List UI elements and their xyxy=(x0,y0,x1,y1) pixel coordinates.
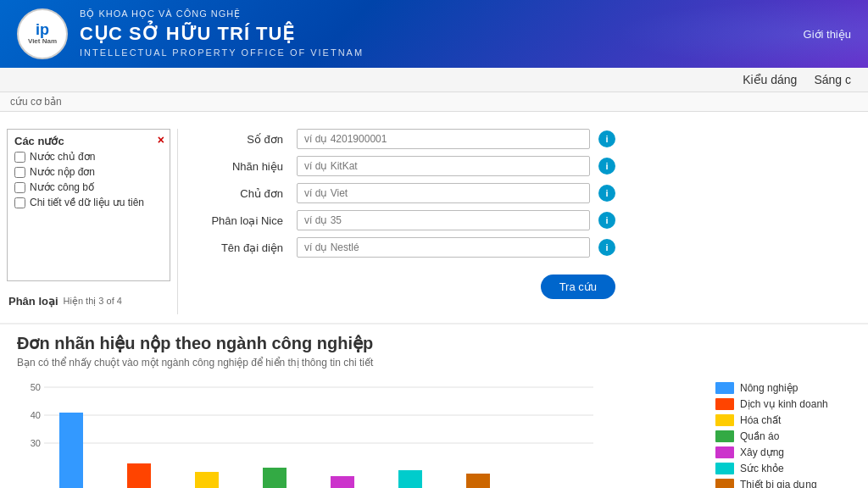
svg-text:30: 30 xyxy=(31,438,41,448)
label-chu-don: Chủ đơn xyxy=(195,187,288,200)
legend-label-quan-ao: Quần áo xyxy=(740,430,779,442)
legend-label-xay-dung: Xây dựng xyxy=(740,446,784,458)
checkbox-nuoc-cong-bo[interactable]: Nước công bố xyxy=(8,180,170,195)
bar-suc-khoe[interactable] xyxy=(398,470,422,488)
checkbox-input-nuoc-cong-bo[interactable] xyxy=(14,182,25,193)
info-ten-dai-dien[interactable]: i xyxy=(598,239,615,256)
legend-color-nong-nghiep xyxy=(715,382,734,394)
label-chi-tiet: Chi tiết về dữ liệu ưu tiên xyxy=(30,197,144,208)
right-panel: Số đơn i Nhãn hiệu i Chủ đơn i Phân loại… xyxy=(178,129,868,314)
label-nhan-hieu: Nhãn hiệu xyxy=(195,160,288,173)
bar-thiet-bi[interactable] xyxy=(466,474,490,488)
checkbox-input-chi-tiet[interactable] xyxy=(14,197,25,208)
chart-svg-container: 50 40 30 xyxy=(17,379,698,488)
close-icon[interactable]: × xyxy=(158,133,164,147)
nav-kieu-dang[interactable]: Kiểu dáng xyxy=(743,73,797,86)
legend-label-nong-nghiep: Nông nghiệp xyxy=(740,382,798,394)
header-main-title: CỤC SỞ HỮU TRÍ TUỆ xyxy=(80,21,364,47)
legend-label-thiet-bi: Thiết bị gia dụng xyxy=(740,479,817,488)
chart-title: Đơn nhãn hiệu nộp theo ngành công nghiệp xyxy=(17,333,851,353)
bar-xay-dung[interactable] xyxy=(331,476,354,488)
legend-color-xay-dung xyxy=(715,446,734,458)
header-right: Giới thiệu xyxy=(804,28,851,41)
nav-sang[interactable]: Sáng c xyxy=(814,73,851,86)
bar-dich-vu[interactable] xyxy=(127,463,151,488)
input-chu-don[interactable] xyxy=(297,183,590,203)
legend-quan-ao: Quần áo xyxy=(715,430,851,442)
legend-color-suc-khoe xyxy=(715,463,734,474)
checkbox-input-nuoc-nop-don[interactable] xyxy=(14,167,25,178)
breadcrumb: cứu cơ bản xyxy=(0,92,868,112)
legend-label-suc-khoe: Sức khỏe xyxy=(740,463,784,474)
checkbox-chi-tiet[interactable]: Chi tiết về dữ liệu ưu tiên xyxy=(8,195,170,210)
legend-suc-khoe: Sức khỏe xyxy=(715,463,851,474)
checkbox-nuoc-nop-don[interactable]: Nước nộp đơn xyxy=(8,164,170,180)
label-ten-dai-dien: Tên đại diện xyxy=(195,241,288,254)
logo-vn-text: Viet Nam xyxy=(28,37,57,45)
legend-xay-dung: Xây dựng xyxy=(715,446,851,458)
header-eng-title: INTELLECTUAL PROPERTY OFFICE OF VIETNAM xyxy=(80,47,364,59)
checkbox-input-nuoc-chu-don[interactable] xyxy=(14,152,25,163)
header: ip Viet Nam BỘ KHOA HỌC VÀ CÔNG NGHỆ CỤC… xyxy=(0,0,868,68)
chart-svg: 50 40 30 xyxy=(17,379,698,488)
panel-section-title: Các nước xyxy=(8,130,170,149)
form-grid: Số đơn i Nhãn hiệu i Chủ đơn i Phân loại… xyxy=(195,129,619,258)
phan-loai-label: Phân loại xyxy=(8,295,58,308)
input-nhan-hieu[interactable] xyxy=(297,156,590,176)
input-so-don[interactable] xyxy=(297,129,590,149)
legend-color-hoa-chat xyxy=(715,414,734,426)
header-sub-title: BỘ KHOA HỌC VÀ CÔNG NGHỆ xyxy=(80,8,364,20)
left-panel: × Các nước Nước chủ đơn Nước nộp đơn Nướ… xyxy=(0,129,178,314)
chart-area: 50 40 30 Nông nghiệp Dịch xyxy=(17,379,851,488)
content-wrapper: × Các nước Nước chủ đơn Nước nộp đơn Nướ… xyxy=(0,120,868,314)
label-nuoc-nop-don: Nước nộp đơn xyxy=(30,166,95,178)
info-chu-don[interactable]: i xyxy=(598,185,615,202)
logo-ip-text: ip xyxy=(36,22,49,37)
info-so-don[interactable]: i xyxy=(598,130,615,147)
panel-bottom: Phân loại Hiện thị 3 of 4 xyxy=(7,288,170,314)
legend-nong-nghiep: Nông nghiệp xyxy=(715,382,851,394)
navbar: Kiểu dáng Sáng c xyxy=(0,68,868,92)
label-nuoc-cong-bo: Nước công bố xyxy=(30,181,94,193)
legend-thiet-bi: Thiết bị gia dụng xyxy=(715,479,851,488)
info-nhan-hieu[interactable]: i xyxy=(598,158,615,175)
legend-color-dich-vu xyxy=(715,398,734,410)
chart-legend: Nông nghiệp Dịch vụ kinh doanh Hóa chất … xyxy=(715,379,851,488)
label-so-don: Số đơn xyxy=(195,133,288,146)
bar-quan-ao[interactable] xyxy=(263,468,287,488)
header-left: ip Viet Nam BỘ KHOA HỌC VÀ CÔNG NGHỆ CỤC… xyxy=(17,8,364,60)
panel-phan-loai: Phân loại Hiện thị 3 of 4 xyxy=(7,291,170,311)
legend-color-quan-ao xyxy=(715,430,734,442)
legend-dich-vu: Dịch vụ kinh doanh xyxy=(715,398,851,410)
checkbox-nuoc-chu-don[interactable]: Nước chủ đơn xyxy=(8,149,170,164)
gioi-thieu-link[interactable]: Giới thiệu xyxy=(804,28,851,41)
info-phan-loai-nice[interactable]: i xyxy=(598,212,615,229)
label-phan-loai-nice: Phân loại Nice xyxy=(195,214,288,227)
chart-section: Đơn nhãn hiệu nộp theo ngành công nghiệp… xyxy=(0,323,868,488)
input-ten-dai-dien[interactable] xyxy=(297,237,590,258)
bar-nong-nghiep[interactable] xyxy=(59,413,83,488)
phan-loai-sub: Hiện thị 3 of 4 xyxy=(64,296,122,307)
header-titles: BỘ KHOA HỌC VÀ CÔNG NGHỆ CỤC SỞ HỮU TRÍ … xyxy=(80,8,364,60)
tracuu-button[interactable]: Tra cứu xyxy=(541,274,615,299)
label-nuoc-chu-don: Nước chủ đơn xyxy=(30,151,95,163)
legend-label-dich-vu: Dịch vụ kinh doanh xyxy=(740,398,828,410)
legend-label-hoa-chat: Hóa chất xyxy=(740,414,781,426)
input-phan-loai-nice[interactable] xyxy=(297,210,590,230)
svg-text:40: 40 xyxy=(31,410,41,420)
legend-hoa-chat: Hóa chất xyxy=(715,414,851,426)
bar-hoa-chat[interactable] xyxy=(195,472,219,488)
left-panel-scroll[interactable]: × Các nước Nước chủ đơn Nước nộp đơn Nướ… xyxy=(7,129,170,281)
chart-subtitle: Bạn có thể nhấy chuột vào một ngành công… xyxy=(17,357,851,369)
svg-text:50: 50 xyxy=(31,382,41,392)
legend-color-thiet-bi xyxy=(715,479,734,488)
logo: ip Viet Nam xyxy=(17,8,68,59)
